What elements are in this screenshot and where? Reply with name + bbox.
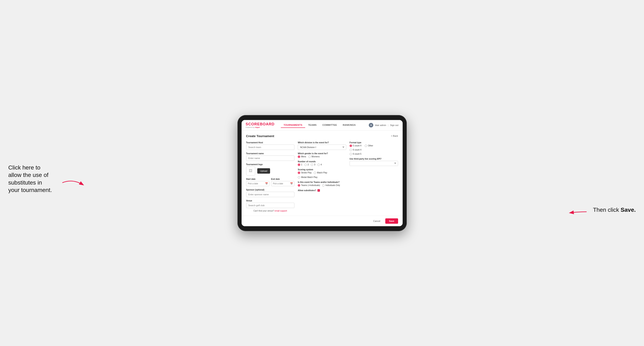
nav-committee[interactable]: COMMITTEE — [320, 123, 340, 128]
radio-6count5-label: 6 count 5 — [353, 153, 361, 155]
division-group: Which division is the event for? NCAA Di… — [298, 142, 346, 150]
radio-womens-label: Womens — [312, 156, 320, 158]
format-6count4[interactable]: 6 count 4 — [350, 149, 398, 151]
radio-match-label: Match Play — [317, 172, 327, 174]
scoring-system-label: Scoring system — [298, 169, 346, 171]
radio-5count4-label: 5 count 4 — [353, 145, 361, 147]
division-label: Which division is the event for? — [298, 142, 346, 144]
substitutes-checkbox-group: Allow substitutes? — [298, 189, 346, 192]
rounds-4[interactable]: 4 — [317, 164, 322, 166]
tournament-name-label: Tournament name — [246, 152, 295, 155]
page-content: Create Tournament < Back Tournament Host… — [242, 131, 403, 216]
rounds-radio-group: 1 2 3 — [298, 164, 346, 166]
scoring-api-select[interactable] — [350, 161, 398, 166]
form-columns: Tournament Host Tournament name Tourname… — [246, 142, 398, 212]
tournament-host-group: Tournament Host — [246, 142, 295, 150]
format-other[interactable]: Other — [365, 145, 373, 147]
radio-6count4-circle — [350, 149, 352, 151]
radio-match-circle — [314, 172, 316, 174]
rounds-label: Number of rounds — [298, 161, 346, 163]
scoreboard-logo: SCOREBOARD — [246, 122, 274, 126]
substitutes-group: Allow substitutes? — [298, 189, 346, 192]
gender-womens[interactable]: Womens — [308, 156, 320, 158]
rounds-3[interactable]: 3 — [311, 164, 315, 166]
gender-mens[interactable]: Mens — [298, 156, 306, 158]
back-link[interactable]: < Back — [391, 135, 398, 137]
start-date-wrap: 📅 — [246, 181, 270, 186]
right-annotation: Then click Save. — [593, 206, 636, 214]
format-6count5[interactable]: 6 count 5 — [350, 153, 398, 155]
cancel-button[interactable]: Cancel — [370, 218, 383, 224]
rounds-2[interactable]: 2 — [304, 164, 309, 166]
teams-group: Is this event for Teams and/or Individua… — [298, 181, 346, 187]
scoring-medal[interactable]: Medal Match Play — [298, 176, 317, 178]
radio-1-circle — [298, 164, 300, 166]
format-type-label: Format type — [350, 142, 398, 144]
radio-teams-label: Teams (+Individuals) — [301, 184, 320, 186]
tournament-name-input[interactable] — [246, 156, 295, 161]
radio-individuals-label: Individuals Only — [326, 184, 340, 186]
radio-6count4-label: 6 count 4 — [353, 149, 361, 151]
radio-3-label: 3 — [314, 164, 315, 166]
radio-medal-label: Medal Match Play — [301, 176, 317, 178]
teams-radio-group: Teams (+Individuals) Individuals Only — [298, 184, 346, 187]
teams-plus-individuals[interactable]: Teams (+Individuals) — [298, 184, 320, 187]
venue-group: Venue Can't find your venue? email suppo… — [246, 200, 295, 212]
form-col-2: Which division is the event for? NCAA Di… — [298, 142, 346, 212]
radio-womens-circle — [308, 156, 311, 158]
tournament-host-label: Tournament Host — [246, 142, 295, 144]
format-type-group: Format type 5 count 4 Other — [350, 142, 398, 155]
format-5count4[interactable]: 5 count 4 — [350, 145, 361, 147]
logo-placeholder: 🖼 — [246, 167, 255, 175]
radio-1-label: 1 — [301, 164, 302, 166]
radio-4-circle — [317, 164, 320, 166]
scoring-match[interactable]: Match Play — [314, 172, 327, 174]
tournament-host-input[interactable] — [246, 145, 295, 150]
upload-button[interactable]: Upload — [257, 168, 270, 173]
end-date-label: End date — [271, 178, 294, 180]
rounds-1[interactable]: 1 — [298, 164, 302, 166]
form-footer: Cancel Save — [242, 216, 403, 226]
left-annotation: Click here to allow the use of substitut… — [8, 164, 54, 194]
page-title: Create Tournament — [246, 134, 274, 138]
format-row-1: 5 count 4 Other — [350, 145, 398, 147]
division-select[interactable]: NCAA Division I — [298, 145, 346, 150]
user-label: blair admin — [375, 124, 386, 126]
radio-stroke-label: Stroke Play — [301, 172, 312, 174]
radio-6count5-circle — [350, 153, 352, 155]
tournament-name-group: Tournament name — [246, 152, 295, 161]
form-col-1: Tournament Host Tournament name Tourname… — [246, 142, 295, 212]
sign-out-link[interactable]: Sign out — [390, 124, 398, 126]
navbar: SCOREBOARD Powered by clippd TOURNAMENTS… — [242, 120, 403, 131]
left-arrow — [60, 176, 85, 189]
radio-other-label: Other — [368, 145, 373, 147]
email-support-link[interactable]: email support — [274, 210, 287, 212]
scoring-api-label: Use third-party live scoring API? — [350, 158, 398, 160]
date-row: Start date 📅 End date 📅 — [246, 178, 295, 186]
end-date-wrap: 📅 — [271, 181, 294, 186]
radio-individuals-circle — [322, 184, 324, 187]
calendar-icon: 📅 — [265, 182, 268, 185]
substitutes-checkbox[interactable] — [317, 189, 320, 192]
scoring-api-group: Use third-party live scoring API? — [350, 158, 398, 166]
scoring-system-group: Scoring system Stroke Play Match Play — [298, 169, 346, 178]
calendar-icon-end: 📅 — [290, 182, 293, 185]
radio-4-label: 4 — [321, 164, 322, 166]
nav-teams[interactable]: TEAMS — [305, 123, 320, 128]
tablet-frame: SCOREBOARD Powered by clippd TOURNAMENTS… — [238, 115, 407, 231]
radio-other-circle — [365, 145, 367, 147]
logo-area: SCOREBOARD Powered by clippd — [246, 122, 274, 128]
radio-mens-label: Mens — [301, 156, 306, 158]
scoring-stroke[interactable]: Stroke Play — [298, 172, 312, 174]
individuals-only[interactable]: Individuals Only — [322, 184, 340, 187]
sponsor-input[interactable] — [246, 192, 295, 197]
venue-input[interactable] — [246, 203, 295, 208]
nav-tournaments[interactable]: TOURNAMENTS — [281, 123, 306, 128]
venue-help: Can't find your venue? email support — [246, 210, 295, 212]
nav-rankings[interactable]: RANKINGS — [340, 123, 359, 128]
format-options: 5 count 4 Other 6 count 4 — [350, 145, 398, 155]
end-date-group: End date 📅 — [271, 178, 294, 186]
save-button[interactable]: Save — [385, 218, 398, 224]
logo-upload-area: 🖼 Upload — [246, 167, 295, 175]
tournament-logo-label: Tournament logo — [246, 163, 295, 166]
